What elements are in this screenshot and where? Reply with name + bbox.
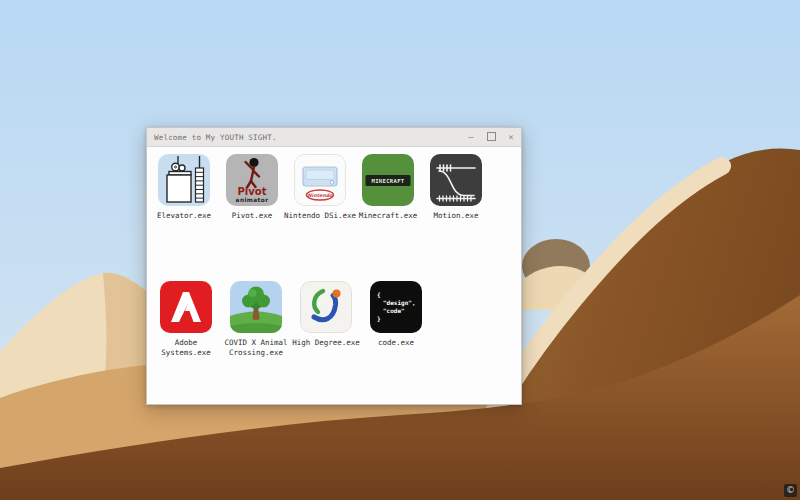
app-label: Adobe Systems.exe	[151, 338, 221, 358]
app-label: Nintendo DSi.exe	[284, 211, 356, 221]
nintendo-logo-text: Nintendo	[308, 193, 333, 198]
minecraft-logo-text: MINECRAFT	[371, 178, 404, 184]
app-elevator[interactable]: Elevator.exe	[150, 154, 218, 221]
motion-curve-icon	[430, 154, 482, 206]
desktop: Welcome to My YOUTH SIGHT. – ×	[0, 0, 800, 500]
minecraft-icon: MINECRAFT	[362, 154, 414, 206]
app-label: Pivot.exe	[232, 211, 273, 221]
watermark-badge: ©	[784, 484, 797, 497]
app-row-1: Elevator.exe Pivot	[150, 154, 521, 221]
adobe-icon	[160, 281, 212, 333]
app-label: Minecraft.exe	[359, 211, 418, 221]
title-bar[interactable]: Welcome to My YOUTH SIGHT. – ×	[147, 128, 521, 147]
minimize-button[interactable]: –	[461, 128, 481, 147]
copyright-icon: ©	[786, 485, 795, 495]
window-title: Welcome to My YOUTH SIGHT.	[147, 133, 461, 142]
code-line: "code"	[383, 306, 405, 313]
app-nintendo-dsi[interactable]: Nintendo Nintendo DSi.exe	[286, 154, 354, 221]
app-label: Elevator.exe	[157, 211, 211, 221]
close-button[interactable]: ×	[501, 128, 521, 147]
code-line: {	[377, 291, 381, 298]
code-line: }	[377, 314, 381, 321]
app-label: COVID X Animal Crossing.exe	[221, 338, 291, 358]
pivot-animator-icon: Pivot animator	[226, 154, 278, 206]
pivot-logo-text: Pivot	[238, 186, 267, 197]
high-degree-icon	[300, 281, 352, 333]
app-pivot[interactable]: Pivot animator Pivot.exe	[218, 154, 286, 221]
app-label: Motion.exe	[433, 211, 478, 221]
tree-icon	[230, 281, 282, 333]
app-row-2: Adobe Systems.exe COVID X Animal	[150, 281, 521, 358]
app-label: code.exe	[378, 338, 414, 348]
app-code[interactable]: { "design", "code" } code.exe	[361, 281, 431, 358]
window-body: Elevator.exe Pivot	[147, 147, 521, 357]
app-label: High Degree.exe	[292, 338, 360, 348]
maximize-icon	[487, 132, 496, 141]
app-window: Welcome to My YOUTH SIGHT. – ×	[146, 127, 522, 405]
maximize-button[interactable]	[481, 128, 501, 147]
app-covid-x-animal-crossing[interactable]: COVID X Animal Crossing.exe	[221, 281, 291, 358]
code-icon: { "design", "code" }	[370, 281, 422, 333]
elevator-icon	[158, 154, 210, 206]
app-high-degree[interactable]: High Degree.exe	[291, 281, 361, 358]
nintendo-dsi-icon: Nintendo	[294, 154, 346, 206]
animator-logo-text: animator	[236, 197, 269, 203]
app-motion[interactable]: Motion.exe	[422, 154, 490, 221]
app-adobe-systems[interactable]: Adobe Systems.exe	[151, 281, 221, 358]
app-minecraft[interactable]: MINECRAFT Minecraft.exe	[354, 154, 422, 221]
